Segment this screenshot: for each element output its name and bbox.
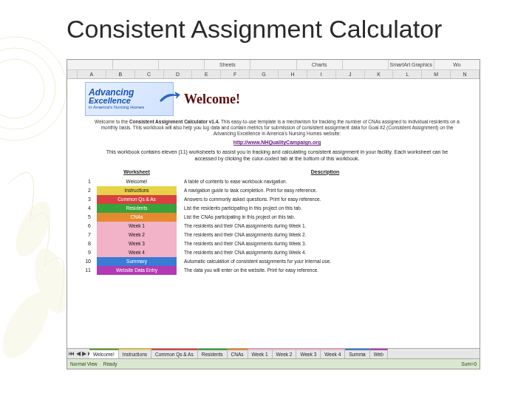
swoosh-arrow-icon bbox=[158, 90, 180, 103]
ws-desc-cell: List the CNAs participating in this proj… bbox=[181, 213, 469, 222]
column-header[interactable]: M bbox=[422, 70, 451, 78]
row-index: 11 bbox=[85, 266, 92, 275]
sheet-tab-week2[interactable]: Week 2 bbox=[273, 349, 297, 358]
description-col-header: Description bbox=[181, 167, 469, 177]
ready-label: Ready bbox=[103, 361, 117, 366]
ribbon-tab[interactable] bbox=[250, 60, 296, 70]
ws-name-cell: Week 1 bbox=[97, 222, 177, 231]
column-header[interactable]: C bbox=[135, 70, 164, 78]
row-index: 1 bbox=[85, 177, 92, 186]
sheet-tab-bar: ⏮ ◀ ▶ ⏭ Welcome! Instructions Common Qs … bbox=[67, 348, 480, 358]
ws-desc-cell: The data you will enter on the website. … bbox=[181, 266, 469, 275]
sheet-tab-website[interactable]: Web bbox=[370, 349, 388, 358]
ws-name-cell: CNAs bbox=[97, 213, 177, 222]
ws-name-cell: Residents bbox=[97, 204, 177, 213]
view-mode-label[interactable]: Normal View bbox=[70, 361, 98, 366]
svg-point-3 bbox=[9, 197, 58, 262]
ws-desc-cell: The residents and their CNA assignments … bbox=[181, 239, 469, 248]
svg-point-2 bbox=[0, 59, 44, 118]
ribbon-tab[interactable] bbox=[67, 60, 112, 70]
row-index: 10 bbox=[85, 257, 92, 266]
row-index: 9 bbox=[85, 248, 92, 257]
column-header[interactable]: E bbox=[192, 70, 221, 78]
slide-title: Consistent Assignment Calculator bbox=[66, 15, 442, 44]
ribbon-tab[interactable]: SmartArt Graphics bbox=[388, 60, 434, 70]
column-header[interactable]: D bbox=[164, 70, 193, 78]
row-index: 6 bbox=[85, 222, 92, 231]
ribbon-tab[interactable]: Sheets bbox=[204, 60, 250, 70]
ws-desc-cell: List the residents participating in this… bbox=[181, 204, 469, 213]
row-index: 8 bbox=[85, 239, 92, 248]
logo-sub: in America's Nursing Homes bbox=[89, 105, 170, 110]
intro-paragraph: Welcome to the Consistent Assignment Cal… bbox=[92, 119, 462, 137]
ws-desc-cell: The residents and their CNA assignments … bbox=[181, 248, 469, 257]
sheet-tab-common-qs[interactable]: Common Qs & As bbox=[151, 349, 198, 358]
worksheet-col-header: Worksheet bbox=[97, 167, 177, 177]
column-header[interactable]: F bbox=[221, 70, 250, 78]
column-header[interactable]: L bbox=[393, 70, 422, 78]
sheet-tab-residents[interactable]: Residents bbox=[198, 349, 228, 358]
sheet-tab-welcome[interactable]: Welcome! bbox=[89, 349, 119, 358]
sheet-tab-summary[interactable]: Summa bbox=[345, 349, 369, 358]
ribbon-tab[interactable] bbox=[342, 60, 388, 70]
column-header[interactable]: K bbox=[365, 70, 394, 78]
ws-name-cell: Website Data Entry bbox=[97, 266, 177, 275]
ws-desc-cell: A table of contents to ease workbook nav… bbox=[181, 177, 469, 186]
workbook-description: This workbook contains eleven (11) works… bbox=[98, 149, 456, 163]
sheet-tab-week3[interactable]: Week 3 bbox=[296, 349, 321, 358]
sheet-nav-buttons[interactable]: ⏮ ◀ ▶ ⏭ bbox=[67, 350, 89, 357]
svg-point-0 bbox=[0, 37, 66, 140]
ribbon-tab[interactable] bbox=[158, 60, 204, 70]
intro-prefix: Welcome to the bbox=[95, 119, 129, 124]
ws-name-cell: Summary bbox=[97, 257, 177, 266]
ws-name-cell: Week 3 bbox=[97, 239, 177, 248]
ribbon-tab[interactable]: Wo bbox=[434, 60, 480, 70]
column-header[interactable]: H bbox=[279, 70, 307, 78]
ws-name-cell: Common Qs & As bbox=[97, 195, 177, 204]
ws-name-cell: Week 2 bbox=[97, 231, 177, 239]
column-header[interactable]: G bbox=[250, 70, 279, 78]
sheet-tab-instructions[interactable]: Instructions bbox=[119, 349, 151, 358]
sum-label: Sum=0 bbox=[461, 361, 477, 366]
advancing-excellence-logo: Advancing Excellence in America's Nursin… bbox=[85, 82, 174, 116]
ribbon-tab-bar: Sheets Charts SmartArt Graphics Wo bbox=[67, 60, 480, 70]
worksheet-area[interactable]: Advancing Excellence in America's Nursin… bbox=[67, 79, 480, 348]
ws-desc-cell: A navigation guide to task completion. P… bbox=[181, 186, 469, 195]
ws-desc-cell: The residents and their CNA assignments … bbox=[181, 222, 469, 231]
column-header[interactable]: B bbox=[106, 70, 135, 78]
campaign-link[interactable]: http://www.NHQualityCampaign.org bbox=[85, 140, 469, 145]
excel-window: Sheets Charts SmartArt Graphics Wo A B C… bbox=[66, 59, 480, 369]
column-header[interactable]: J bbox=[336, 70, 365, 78]
column-header-row: A B C D E F G H I J K L M N bbox=[67, 70, 480, 79]
ws-name-cell: Welcome! bbox=[97, 177, 177, 186]
row-index: 7 bbox=[85, 231, 92, 239]
sheet-tab-week4[interactable]: Week 4 bbox=[321, 349, 345, 358]
ws-name-cell: Instructions bbox=[97, 186, 177, 195]
svg-point-1 bbox=[0, 48, 55, 129]
ws-desc-cell: Automatic calculation of consistent assi… bbox=[181, 257, 469, 266]
sheet-tab-cnas[interactable]: CNAs bbox=[228, 349, 248, 358]
svg-point-5 bbox=[0, 285, 58, 366]
nav-first-icon[interactable]: ⏮ bbox=[69, 350, 75, 357]
nav-next-icon[interactable]: ▶ bbox=[82, 350, 86, 357]
row-index: 2 bbox=[85, 186, 92, 195]
sheet-tab-week1[interactable]: Week 1 bbox=[248, 349, 273, 358]
row-index: 5 bbox=[85, 213, 92, 222]
select-all-corner[interactable] bbox=[67, 70, 78, 78]
column-header[interactable]: N bbox=[451, 70, 480, 78]
column-header[interactable]: I bbox=[307, 70, 336, 78]
worksheet-index-table: 1 2 3 4 5 6 7 8 9 10 11 Worksheet Welcom… bbox=[85, 167, 469, 275]
welcome-heading: Welcome! bbox=[184, 92, 240, 107]
ws-desc-cell: The residents and their CNA assignments … bbox=[181, 231, 469, 239]
ribbon-tab[interactable]: Charts bbox=[296, 60, 342, 70]
ribbon-tab[interactable] bbox=[112, 60, 158, 70]
column-header[interactable]: A bbox=[78, 70, 106, 78]
intro-bold: Consistent Assignment Calculator v1.4. bbox=[129, 119, 219, 124]
status-bar: Normal View Ready Sum=0 bbox=[67, 358, 480, 369]
row-index: 4 bbox=[85, 204, 92, 213]
row-index: 3 bbox=[85, 195, 92, 204]
ws-name-cell: Week 4 bbox=[97, 248, 177, 257]
nav-prev-icon[interactable]: ◀ bbox=[76, 350, 81, 357]
ws-desc-cell: Answers to commonly asked questions. Pri… bbox=[181, 195, 469, 204]
